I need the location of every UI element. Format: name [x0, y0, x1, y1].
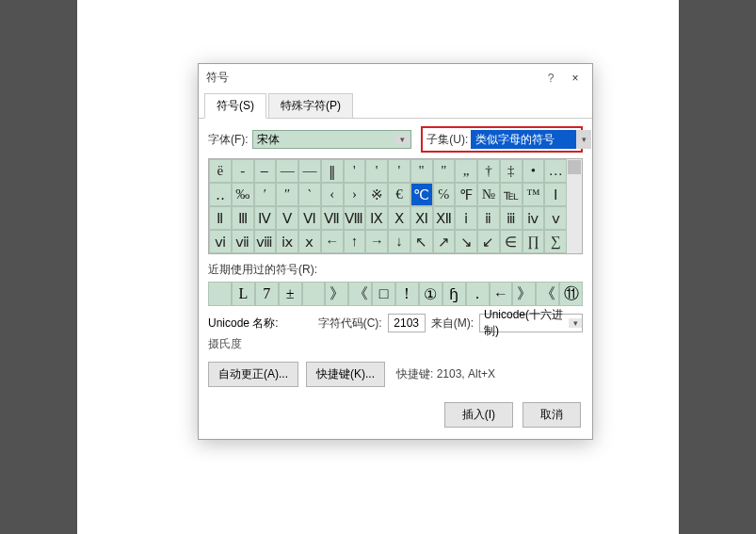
symbol-cell[interactable]: Ⅹ [388, 206, 410, 230]
symbol-cell[interactable]: ↙ [477, 230, 500, 253]
symbol-cell[interactable]: ' [388, 159, 410, 183]
symbol-cell[interactable]: ℃ [410, 183, 433, 206]
symbol-cell[interactable]: Ⅵ [298, 206, 321, 230]
symbol-cell[interactable]: ″ [276, 183, 298, 206]
recent-symbol-cell[interactable]: 《 [536, 282, 559, 306]
recent-symbol-cell[interactable]: L [232, 282, 255, 306]
symbol-cell[interactable]: ⅳ [523, 206, 545, 230]
recent-symbol-cell[interactable] [302, 282, 326, 306]
symbol-cell[interactable]: › [344, 183, 366, 206]
scrollbar[interactable] [567, 159, 582, 253]
chevron-down-icon: ▾ [395, 135, 409, 144]
autocorrect-button[interactable]: 自动更正(A)... [208, 362, 298, 387]
symbol-cell[interactable]: ※ [365, 183, 388, 206]
dialog-body: 字体(F): 宋体 ▾ 子集(U): 类似字母的符号 ▾ ё-‒――‖'''""… [199, 119, 592, 395]
symbol-cell[interactable]: Ⅷ [344, 206, 366, 230]
symbol-cell[interactable]: ‒ [254, 159, 277, 183]
symbol-cell[interactable]: ↘ [455, 230, 477, 253]
symbol-cell[interactable]: ↗ [433, 230, 456, 253]
recent-symbol-cell[interactable]: ① [419, 282, 442, 306]
recent-symbol-cell[interactable]: ． [466, 282, 490, 306]
symbol-cell[interactable]: ― [276, 159, 298, 183]
from-select[interactable]: Unicode(十六进制) ▾ [479, 314, 583, 332]
symbol-cell[interactable]: ⅶ [232, 230, 254, 253]
symbol-cell[interactable]: Ⅴ [276, 206, 298, 230]
symbol-cell[interactable]: ↑ [344, 230, 366, 253]
symbol-cell[interactable]: ℉ [455, 183, 477, 206]
font-select[interactable]: 宋体 ▾ [252, 130, 412, 149]
recent-symbol-cell[interactable]: ！ [395, 282, 419, 306]
symbol-cell[interactable]: ↓ [388, 230, 410, 253]
symbol-cell[interactable]: Ⅶ [321, 206, 344, 230]
symbol-cell[interactable]: ← [321, 230, 344, 253]
symbol-cell[interactable]: → [365, 230, 388, 253]
insert-button[interactable]: 插入(I) [444, 402, 513, 428]
symbol-cell[interactable]: ‖ [321, 159, 344, 183]
recent-symbol-cell[interactable]: 》 [325, 282, 348, 306]
symbol-cell[interactable]: ― [298, 159, 321, 183]
symbol-cell[interactable]: Ⅲ [232, 206, 254, 230]
symbol-cell[interactable]: ⅷ [254, 230, 277, 253]
symbol-cell[interactable]: ⅹ [298, 230, 321, 253]
recent-symbol-cell[interactable]: 》 [512, 282, 536, 306]
symbol-cell[interactable]: ∈ [500, 230, 523, 253]
symbol-cell[interactable]: ' [365, 159, 388, 183]
help-button[interactable]: ? [541, 72, 560, 85]
symbol-cell[interactable]: Ⅰ [544, 183, 567, 206]
chevron-down-icon: ▾ [569, 318, 582, 328]
subset-label: 子集(U): [426, 132, 468, 148]
tab-special[interactable]: 特殊字符(P) [268, 93, 353, 118]
symbol-cell[interactable]: ™ [523, 183, 545, 206]
recent-symbol-cell[interactable]: 《 [348, 282, 372, 306]
symbol-cell[interactable]: ⅴ [544, 206, 567, 230]
symbol-cell[interactable]: ‹ [321, 183, 344, 206]
symbol-cell[interactable]: ‡ [500, 159, 523, 183]
symbol-cell[interactable]: ⅵ [209, 230, 232, 253]
tab-symbols[interactable]: 符号(S) [204, 93, 266, 119]
recent-symbol-cell[interactable]: ± [279, 282, 302, 306]
symbol-cell[interactable]: ℅ [433, 183, 456, 206]
symbol-cell[interactable]: ‵ [298, 183, 321, 206]
symbol-cell[interactable]: ∑ [544, 230, 567, 253]
symbol-cell[interactable]: ℡ [500, 183, 523, 206]
symbol-cell[interactable]: ' [344, 159, 366, 183]
recent-symbol-cell[interactable]: ← [490, 282, 513, 306]
symbol-cell[interactable]: ⅱ [477, 206, 500, 230]
close-button[interactable]: × [566, 72, 585, 85]
subset-highlight-box: 子集(U): 类似字母的符号 ▾ [421, 126, 583, 153]
symbol-cell[interactable]: € [388, 183, 410, 206]
symbol-cell[interactable]: ↖ [410, 230, 433, 253]
symbol-cell[interactable]: ′ [254, 183, 277, 206]
symbol-cell[interactable]: Ⅳ [254, 206, 277, 230]
symbol-cell[interactable]: Ⅸ [365, 206, 388, 230]
symbol-cell[interactable]: " [433, 159, 456, 183]
symbol-cell[interactable]: † [477, 159, 500, 183]
recent-symbol-cell[interactable]: ɧ [442, 282, 466, 306]
symbol-cell[interactable]: Ⅱ [209, 206, 232, 230]
tab-label: 特殊字符(P) [281, 99, 341, 112]
recent-symbol-cell[interactable]: ⑪ [559, 282, 583, 306]
symbol-cell[interactable]: ⅰ [455, 206, 477, 230]
subset-select[interactable]: 类似字母的符号 ▾ [471, 130, 577, 149]
symbol-cell[interactable]: ‥ [209, 183, 232, 206]
symbol-cell[interactable]: № [477, 183, 500, 206]
scroll-thumb[interactable] [568, 160, 581, 174]
symbol-cell[interactable]: … [544, 159, 567, 183]
symbol-cell[interactable]: Ⅺ [410, 206, 433, 230]
symbol-cell[interactable]: ∏ [523, 230, 545, 253]
shortcut-key-button[interactable]: 快捷键(K)... [306, 362, 385, 387]
recent-symbol-cell[interactable]: 7 [255, 282, 279, 306]
symbol-cell[interactable]: • [523, 159, 545, 183]
symbol-cell[interactable]: ⅸ [276, 230, 298, 253]
symbol-cell[interactable]: ‰ [232, 183, 254, 206]
symbol-cell[interactable]: ё [209, 159, 232, 183]
symbol-cell[interactable]: Ⅻ [433, 206, 456, 230]
symbol-cell[interactable]: ⅲ [500, 206, 523, 230]
symbol-cell[interactable]: - [232, 159, 254, 183]
symbol-cell[interactable]: „ [455, 159, 477, 183]
cancel-button[interactable]: 取消 [523, 402, 581, 428]
symbol-cell[interactable]: " [410, 159, 433, 183]
recent-symbol-cell[interactable] [208, 282, 232, 306]
recent-symbol-cell[interactable]: □ [372, 282, 395, 306]
char-code-input[interactable] [388, 314, 426, 332]
